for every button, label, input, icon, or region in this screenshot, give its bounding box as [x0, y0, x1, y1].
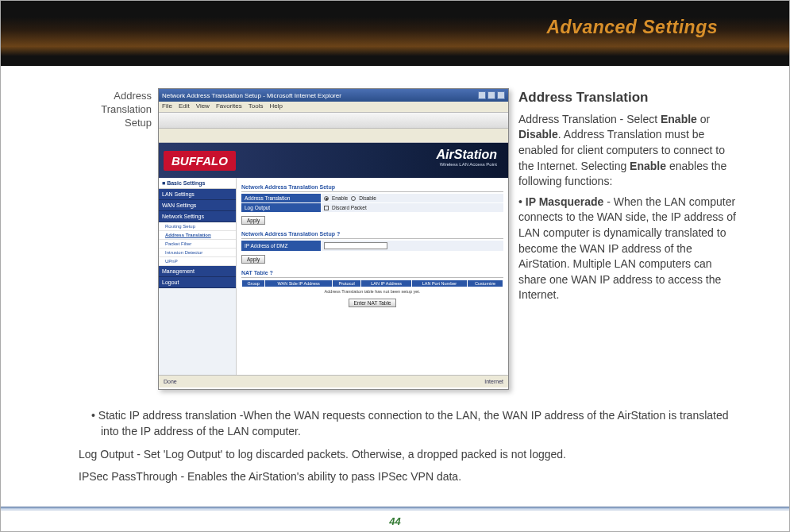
nav-heading: ■ Basic Settings	[159, 178, 236, 189]
address-bar[interactable]	[159, 129, 508, 143]
paragraph: IPSec PassThrough - Enables the AirStati…	[79, 468, 736, 484]
nav-sub-packet-filter[interactable]: Packet Filter	[159, 240, 236, 249]
nav-sub-intrusion[interactable]: Intrusion Detector	[159, 249, 236, 257]
window-titlebar: Network Address Translation Setup - Micr…	[159, 89, 508, 102]
th-lan-port: LAN Port Number	[411, 280, 467, 287]
status-bar: Done Internet	[159, 375, 508, 387]
status-left: Done	[164, 379, 177, 384]
caption-line: Setup	[125, 117, 152, 129]
nat-table: Group WAN Side IP Address Protocol LAN I…	[241, 279, 503, 295]
body-text-right: Address Translation Address Translation …	[518, 88, 739, 308]
th-lan-ip: LAN IP Address	[361, 280, 411, 287]
th-custom: Customize	[468, 280, 503, 287]
maximize-icon[interactable]	[487, 91, 495, 99]
body-text-below: • Static IP address translation -When th…	[79, 407, 736, 491]
nav-sub-routing[interactable]: Routing Setup	[159, 222, 236, 231]
nav-item-management[interactable]: Management	[159, 266, 236, 277]
paragraph: • IP Masquerade - When the LAN computer …	[518, 195, 739, 303]
th-wan-ip: WAN Side IP Address	[265, 280, 332, 287]
radio-enable-label: Enable	[332, 195, 348, 201]
section-heading-nattable: NAT Table ?	[241, 270, 503, 278]
nav-item-network[interactable]: Network Settings	[159, 211, 236, 222]
row-label-dmz: IP Address of DMZ	[241, 241, 321, 250]
figure-caption: Address Translation Setup	[1, 90, 152, 130]
enter-nat-button[interactable]: Enter NAT Table	[349, 299, 397, 307]
content-area: Address Translation Setup Network Addres…	[1, 66, 789, 88]
caption-line: Address	[114, 90, 152, 102]
main-pane: Network Address Translation Setup Addres…	[237, 178, 508, 375]
row-label-log: Log Output	[241, 203, 321, 212]
th-protocol: Protocol	[332, 280, 361, 287]
page-title: Advanced Settings	[546, 17, 718, 38]
radio-disable[interactable]	[351, 196, 356, 201]
menu-item[interactable]: Tools	[249, 102, 264, 111]
nav-sidebar: ■ Basic Settings LAN Settings WAN Settin…	[159, 178, 237, 375]
section-heading: Address Translation	[518, 88, 739, 107]
th-group: Group	[242, 280, 265, 287]
product-tagline: Wireless LAN Access Point	[437, 162, 497, 167]
menu-item[interactable]: Edit	[179, 102, 190, 111]
radio-enable[interactable]	[324, 196, 329, 201]
footer-separator	[1, 507, 789, 511]
minimize-icon[interactable]	[478, 91, 486, 99]
app-body: ■ Basic Settings LAN Settings WAN Settin…	[159, 178, 508, 375]
apply-button-2[interactable]: Apply	[241, 255, 265, 264]
window-title: Network Address Translation Setup - Micr…	[162, 92, 341, 99]
radio-disable-label: Disable	[359, 195, 376, 201]
browser-toolbar	[159, 113, 508, 129]
page-number: 44	[1, 515, 789, 527]
close-icon[interactable]	[497, 91, 505, 99]
product-name: AirStation	[437, 148, 497, 162]
brand-bar: BUFFALO AirStation Wireless LAN Access P…	[159, 143, 508, 178]
nav-item-wan[interactable]: WAN Settings	[159, 200, 236, 211]
header-band: Advanced Settings	[1, 1, 789, 66]
nav-item-logout[interactable]: Logout	[159, 277, 236, 288]
nav-sub-address-translation[interactable]: Address Translation	[159, 231, 236, 240]
menu-bar: File Edit View Favorites Tools Help	[159, 102, 508, 113]
nav-item-lan[interactable]: LAN Settings	[159, 189, 236, 200]
brand-logo: BUFFALO	[164, 151, 236, 171]
menu-item[interactable]: Help	[269, 102, 282, 111]
paragraph: Log Output - Set 'Log Output' to log dis…	[79, 446, 736, 462]
caption-line: Translation	[101, 103, 152, 115]
menu-item[interactable]: File	[162, 102, 172, 111]
dmz-ip-input[interactable]	[324, 242, 387, 249]
status-right: Internet	[484, 379, 503, 384]
section-heading-nat2: Network Address Translation Setup ?	[241, 231, 503, 239]
paragraph: Address Translation - Select Enable or D…	[518, 112, 739, 190]
embedded-screenshot: Network Address Translation Setup - Micr…	[158, 88, 509, 390]
checkbox-discard[interactable]	[324, 206, 329, 210]
menu-item[interactable]: View	[196, 102, 210, 111]
paragraph: • Static IP address translation -When th…	[79, 407, 736, 440]
nat-table-empty-msg: Address Translation table has not been s…	[242, 287, 503, 296]
menu-item[interactable]: Favorites	[216, 102, 242, 111]
apply-button[interactable]: Apply	[241, 216, 265, 225]
checkbox-discard-label: Discard Packet	[332, 205, 367, 210]
section-heading-nat: Network Address Translation Setup	[241, 184, 503, 192]
nav-sub-upnp[interactable]: UPnP	[159, 257, 236, 266]
row-label-at: Address Translation	[241, 194, 321, 202]
